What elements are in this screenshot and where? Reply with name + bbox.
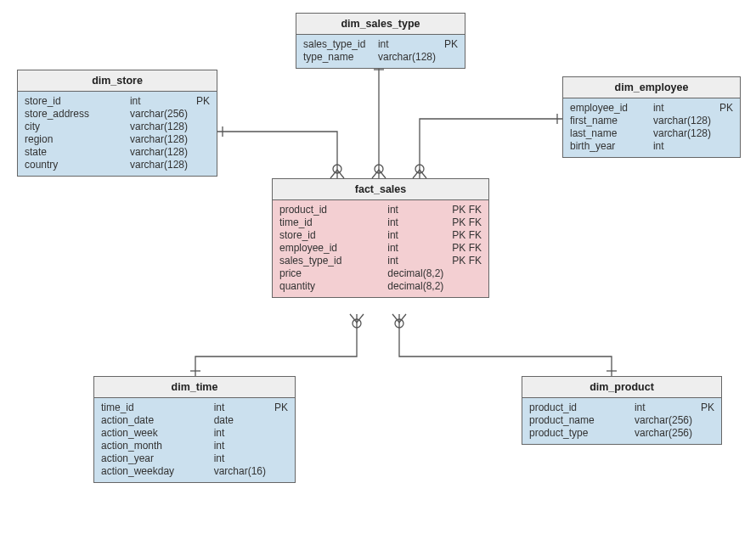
column-type: int bbox=[206, 452, 266, 464]
column-name: time_id bbox=[101, 401, 206, 413]
column-key bbox=[188, 108, 210, 120]
column-name: sales_type_id bbox=[303, 38, 370, 50]
column-key: PK bbox=[692, 401, 714, 413]
column-name: store_address bbox=[25, 108, 121, 120]
column-type: decimal(8,2) bbox=[379, 267, 443, 279]
svg-point-2 bbox=[415, 165, 424, 173]
column-key: PK FK bbox=[443, 204, 482, 216]
column-key: PK FK bbox=[443, 229, 482, 241]
entity-title: dim_store bbox=[18, 70, 217, 92]
column-name: state bbox=[25, 146, 121, 158]
column-key bbox=[266, 440, 288, 452]
entity-title: dim_sales_type bbox=[296, 14, 465, 35]
column-name: action_year bbox=[101, 452, 206, 464]
column-key: PK FK bbox=[443, 255, 482, 267]
column-key: PK FK bbox=[443, 242, 482, 254]
column-name: action_week bbox=[101, 427, 206, 439]
column-type: int bbox=[645, 102, 711, 114]
entity-title: dim_product bbox=[522, 377, 721, 398]
column-name: sales_type_id bbox=[279, 255, 379, 267]
entity-columns: product_id int PK FK time_id int PK FK s… bbox=[273, 200, 488, 297]
column-type: int bbox=[379, 216, 443, 228]
column-type: varchar(16) bbox=[206, 465, 266, 477]
column-key bbox=[443, 267, 482, 279]
column-name: price bbox=[279, 267, 379, 279]
column-type: int bbox=[626, 401, 692, 413]
column-name: store_id bbox=[279, 229, 379, 241]
column-name: region bbox=[25, 133, 121, 145]
entity-dim-employee[interactable]: dim_employee employee_id int PK first_na… bbox=[562, 76, 741, 158]
column-key bbox=[692, 414, 714, 426]
column-key: PK bbox=[188, 95, 210, 107]
entity-columns: employee_id int PK first_name varchar(12… bbox=[563, 98, 740, 157]
entity-dim-time[interactable]: dim_time time_id int PK action_date date… bbox=[93, 376, 296, 483]
column-key bbox=[266, 427, 288, 439]
column-key bbox=[443, 280, 482, 292]
column-key bbox=[436, 51, 458, 63]
column-name: country bbox=[25, 159, 121, 171]
column-type: int bbox=[370, 38, 436, 50]
column-type: varchar(128) bbox=[121, 146, 188, 158]
column-type: varchar(128) bbox=[370, 51, 436, 63]
entity-dim-store[interactable]: dim_store store_id int PK store_address … bbox=[17, 70, 217, 177]
column-key bbox=[711, 115, 733, 126]
entity-columns: time_id int PK action_date date action_w… bbox=[94, 398, 295, 482]
column-key bbox=[266, 465, 288, 477]
column-key: PK bbox=[711, 102, 733, 114]
entity-columns: store_id int PK store_address varchar(25… bbox=[18, 92, 217, 176]
column-type: int bbox=[379, 204, 443, 216]
column-name: time_id bbox=[279, 216, 379, 228]
svg-point-1 bbox=[375, 165, 383, 173]
column-key: PK bbox=[266, 401, 288, 413]
column-name: product_name bbox=[529, 414, 626, 426]
column-name: birth_year bbox=[570, 140, 645, 152]
column-name: employee_id bbox=[279, 242, 379, 254]
entity-columns: product_id int PK product_name varchar(2… bbox=[522, 398, 721, 444]
er-diagram-canvas: { "entities": { "dim_sales_type": { "tit… bbox=[0, 0, 756, 539]
column-name: employee_id bbox=[570, 102, 645, 114]
column-name: city bbox=[25, 121, 121, 132]
column-key bbox=[266, 414, 288, 426]
column-key bbox=[692, 427, 714, 439]
column-type: varchar(128) bbox=[645, 127, 711, 139]
column-name: quantity bbox=[279, 280, 379, 292]
column-key bbox=[188, 133, 210, 145]
column-name: type_name bbox=[303, 51, 370, 63]
column-key bbox=[188, 146, 210, 158]
column-type: int bbox=[645, 140, 711, 152]
column-type: int bbox=[206, 440, 266, 452]
column-type: varchar(256) bbox=[121, 108, 188, 120]
entity-fact-sales[interactable]: fact_sales product_id int PK FK time_id … bbox=[272, 178, 489, 298]
column-type: int bbox=[379, 255, 443, 267]
svg-point-3 bbox=[353, 319, 361, 328]
column-name: action_weekday bbox=[101, 465, 206, 477]
column-type: varchar(256) bbox=[626, 414, 692, 426]
column-key: PK bbox=[436, 38, 458, 50]
entity-title: dim_employee bbox=[563, 77, 740, 98]
column-type: int bbox=[121, 95, 188, 107]
column-type: varchar(128) bbox=[121, 159, 188, 171]
column-type: int bbox=[379, 229, 443, 241]
column-type: varchar(128) bbox=[121, 121, 188, 132]
column-name: first_name bbox=[570, 115, 645, 126]
column-type: varchar(128) bbox=[121, 133, 188, 145]
column-name: product_type bbox=[529, 427, 626, 439]
entity-dim-product[interactable]: dim_product product_id int PK product_na… bbox=[522, 376, 722, 445]
entity-title: fact_sales bbox=[273, 179, 488, 200]
column-type: varchar(256) bbox=[626, 427, 692, 439]
entity-title: dim_time bbox=[94, 377, 295, 398]
entity-dim-sales-type[interactable]: dim_sales_type sales_type_id int PK type… bbox=[296, 13, 465, 69]
column-type: date bbox=[206, 414, 266, 426]
column-key bbox=[188, 121, 210, 132]
column-key bbox=[711, 140, 733, 152]
column-type: int bbox=[379, 242, 443, 254]
column-type: int bbox=[206, 401, 266, 413]
column-name: action_month bbox=[101, 440, 206, 452]
column-key: PK FK bbox=[443, 216, 482, 228]
column-name: last_name bbox=[570, 127, 645, 139]
svg-point-0 bbox=[333, 165, 341, 173]
column-key bbox=[266, 452, 288, 464]
column-key bbox=[188, 159, 210, 171]
entity-columns: sales_type_id int PK type_name varchar(1… bbox=[296, 35, 465, 68]
column-type: varchar(128) bbox=[645, 115, 711, 126]
